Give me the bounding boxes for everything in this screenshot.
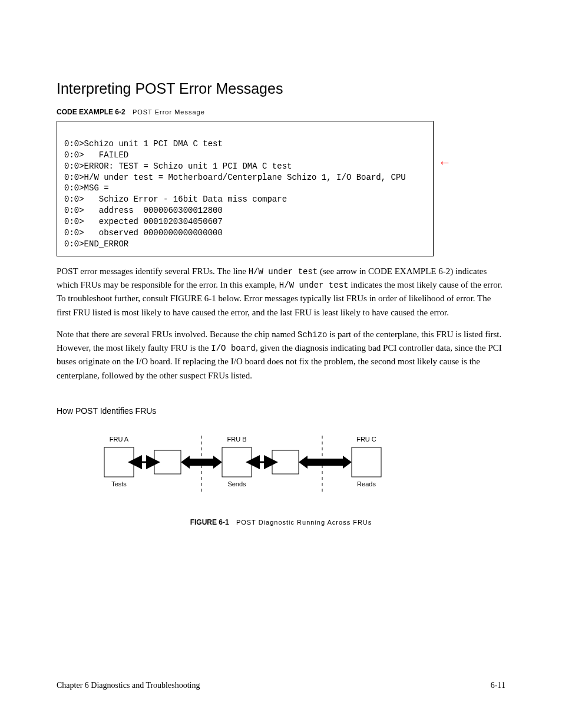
svg-marker-9 <box>181 456 190 469</box>
subheading: How POST Identifies FRUs <box>57 406 505 416</box>
code-line: 0:0>MSG = <box>64 183 109 193</box>
code-line: 0:0>END_ERROR <box>64 239 128 249</box>
label-fru-c: FRU C <box>356 436 376 443</box>
p1-code1: H/W under test <box>249 267 318 276</box>
svg-rect-8 <box>187 459 216 466</box>
section-title: Interpreting POST Error Messages <box>57 80 505 97</box>
svg-rect-0 <box>104 447 134 477</box>
label-sends: Sends <box>227 480 246 487</box>
footer-left: Chapter 6 Diagnostics and Troubleshootin… <box>57 681 200 690</box>
svg-rect-1 <box>154 450 181 474</box>
paragraph-1: POST error messages identify several FRU… <box>57 265 505 319</box>
code-caption: CODE EXAMPLE 6-2 POST Error Message <box>57 108 505 116</box>
page-footer: Chapter 6 Diagnostics and Troubleshootin… <box>57 681 505 690</box>
page: Interpreting POST Error Messages CODE EX… <box>0 0 562 728</box>
p1-pre: POST error messages identify several FRU… <box>57 266 249 276</box>
p1-code2: H/W under test <box>279 281 349 290</box>
label-fru-b: FRU B <box>227 436 247 443</box>
code-line: 0:0> observed 0000000000000000 <box>64 228 223 238</box>
p2-code1: Schizo <box>297 330 327 340</box>
label-tests: Tests <box>111 480 127 487</box>
code-caption-label: CODE EXAMPLE 6-2 <box>57 108 125 116</box>
svg-marker-13 <box>299 456 308 469</box>
svg-marker-10 <box>213 456 222 469</box>
codebox-wrap: 0:0>Schizo unit 1 PCI DMA C test 0:0> FA… <box>57 121 505 256</box>
svg-rect-12 <box>305 459 346 466</box>
footer-right: 6-11 <box>491 681 505 690</box>
code-line: 0:0> address 0000060300012800 <box>64 206 223 215</box>
svg-rect-3 <box>272 450 299 474</box>
label-fru-a: FRU A <box>110 436 129 443</box>
arrow-icon: ← <box>438 156 451 169</box>
code-line: 0:0>Schizo unit 1 PCI DMA C test <box>64 139 223 149</box>
paragraph-2: Note that there are several FRUs involve… <box>57 328 505 383</box>
p2-code2: I/O board <box>211 344 256 353</box>
codebox: 0:0>Schizo unit 1 PCI DMA C test 0:0> FA… <box>57 121 434 256</box>
label-reads: Reads <box>357 480 376 487</box>
figure-caption: FIGURE 6-1 POST Diagnostic Running Acros… <box>57 518 505 526</box>
svg-rect-4 <box>352 447 381 477</box>
code-line: 0:0>ERROR: TEST = Schizo unit 1 PCI DMA … <box>64 162 292 171</box>
code-caption-text: POST Error Message <box>133 108 205 116</box>
fru-diagram: FRU A Tests FRU B Sends FRU C Reads <box>92 424 470 512</box>
figure-caption-label: FIGURE 6-1 <box>190 518 229 526</box>
p2-pre: Note that there are several FRUs involve… <box>57 330 297 339</box>
figure-caption-text: POST Diagnostic Running Across FRUs <box>236 519 372 526</box>
code-line: 0:0> Schizo Error - 16bit Data miss comp… <box>64 195 287 204</box>
code-line: 0:0>H/W under test = Motherboard/Centerp… <box>64 173 406 182</box>
svg-rect-2 <box>222 447 252 477</box>
code-line: 0:0> expected 0001020304050607 <box>64 217 223 226</box>
svg-marker-14 <box>343 456 352 469</box>
code-line: 0:0> FAILED <box>64 150 128 160</box>
